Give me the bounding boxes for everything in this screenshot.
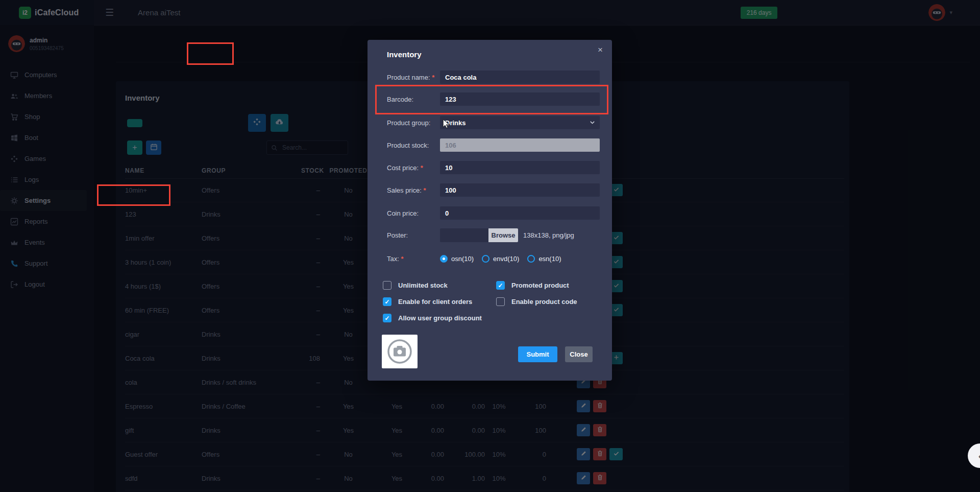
barcode-label: Barcode: bbox=[387, 96, 440, 103]
field-cost-price: Cost price: bbox=[387, 161, 600, 174]
poster-hint: 138x138, png/jpg bbox=[523, 231, 574, 239]
sales-price-label: Sales price: bbox=[387, 186, 440, 194]
checkbox-label: Enable for client orders bbox=[398, 297, 472, 306]
checkbox-row[interactable]: Allow user group discount bbox=[383, 314, 482, 322]
product-stock-input bbox=[440, 138, 600, 152]
inventory-modal: Inventory × Product name: Barcode: Produ… bbox=[368, 40, 612, 381]
tax-label: Tax: bbox=[387, 255, 440, 263]
poster-label: Poster: bbox=[387, 231, 440, 239]
tax-radio-option[interactable]: osn(10) bbox=[440, 255, 474, 263]
chevron-down-icon bbox=[589, 119, 596, 126]
barcode-input[interactable] bbox=[440, 92, 600, 106]
app-root: i2 iCafeCloud ☰ Arena aiTest 216 days ▾ … bbox=[0, 0, 980, 492]
product-group-select[interactable]: Drinks bbox=[440, 116, 600, 129]
checkbox-icon bbox=[383, 297, 391, 306]
checkboxes-left: Unlimited stock Enable for client orders… bbox=[383, 281, 482, 330]
modal-title: Inventory bbox=[387, 50, 422, 59]
field-sales-price: Sales price: bbox=[387, 183, 600, 197]
tax-radio-option[interactable]: envd(10) bbox=[482, 255, 519, 263]
checkboxes-right: Promoted product Enable product code bbox=[496, 281, 577, 314]
product-name-label: Product name: bbox=[387, 74, 440, 81]
field-tax: Tax: osn(10) envd(10) esn(10) bbox=[387, 255, 569, 263]
submit-button[interactable]: Submit bbox=[518, 346, 557, 362]
checkbox-label: Unlimited stock bbox=[398, 281, 448, 289]
coin-price-input[interactable] bbox=[440, 206, 600, 220]
sales-price-input[interactable] bbox=[440, 183, 600, 197]
radio-icon bbox=[527, 255, 535, 263]
checkbox-label: Allow user group discount bbox=[398, 314, 482, 322]
checkbox-row[interactable]: Promoted product bbox=[496, 281, 577, 290]
cost-price-label: Cost price: bbox=[387, 164, 440, 172]
field-coin-price: Coin price: bbox=[387, 206, 600, 220]
checkbox-row[interactable]: Unlimited stock bbox=[383, 281, 482, 290]
field-product-group: Product group: Drinks bbox=[387, 116, 600, 129]
product-stock-label: Product stock: bbox=[387, 142, 440, 149]
tax-radio-option[interactable]: esn(10) bbox=[527, 255, 561, 263]
coin-price-label: Coin price: bbox=[387, 209, 440, 217]
checkbox-label: Promoted product bbox=[511, 281, 569, 289]
radio-icon bbox=[440, 255, 448, 263]
tax-option-label: osn(10) bbox=[451, 255, 474, 263]
product-name-input[interactable] bbox=[440, 71, 600, 84]
tax-option-label: esn(10) bbox=[538, 255, 561, 263]
cost-price-input[interactable] bbox=[440, 161, 600, 174]
radio-icon bbox=[482, 255, 489, 263]
checkbox-row[interactable]: Enable for client orders bbox=[383, 297, 482, 306]
poster-thumbnail bbox=[382, 335, 418, 368]
product-group-value: Drinks bbox=[445, 119, 465, 127]
checkbox-icon bbox=[496, 281, 505, 290]
tax-option-label: envd(10) bbox=[493, 255, 519, 263]
modal-close-icon[interactable]: × bbox=[598, 45, 603, 55]
checkbox-icon bbox=[496, 297, 505, 306]
field-poster: Poster: Browse 138x138, png/jpg bbox=[387, 228, 574, 242]
product-group-label: Product group: bbox=[387, 119, 440, 127]
checkbox-row[interactable]: Enable product code bbox=[496, 297, 577, 306]
checkbox-label: Enable product code bbox=[511, 297, 577, 306]
field-product-stock: Product stock: bbox=[387, 138, 600, 152]
field-barcode: Barcode: bbox=[387, 92, 600, 106]
checkbox-icon bbox=[383, 281, 391, 290]
poster-file-input[interactable] bbox=[440, 228, 488, 242]
close-button[interactable]: Close bbox=[565, 346, 593, 362]
field-product-name: Product name: bbox=[387, 71, 600, 84]
browse-button[interactable]: Browse bbox=[488, 228, 518, 242]
checkbox-icon bbox=[383, 314, 391, 322]
